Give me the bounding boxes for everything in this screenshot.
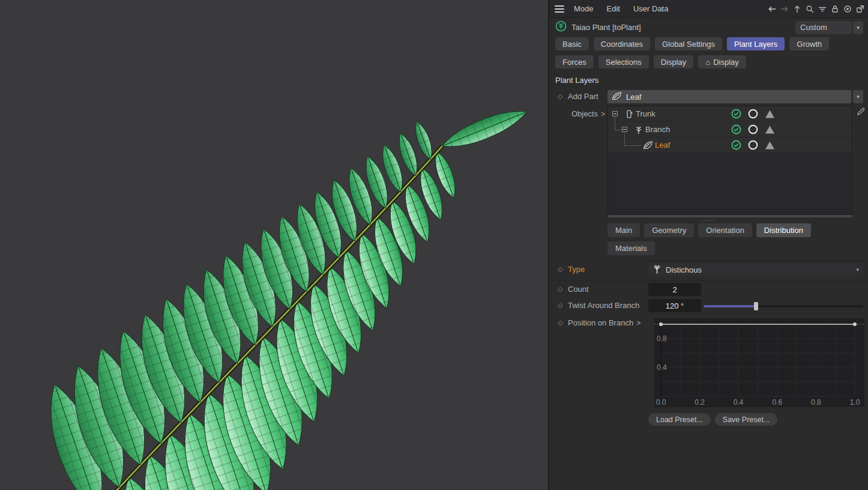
- diamond-icon: ◇: [558, 285, 562, 293]
- tabs-row-2: ForcesSelectionsDisplay⌂Display: [555, 55, 864, 68]
- load-preset-button[interactable]: Load Preset...: [648, 413, 711, 426]
- preset-dropdown-arrow-icon[interactable]: ▾: [853, 21, 863, 34]
- type-value: Distichous: [666, 265, 702, 274]
- type-label: Type: [568, 265, 585, 274]
- leaf-icon: [612, 91, 622, 102]
- twist-slider[interactable]: [704, 303, 863, 309]
- leaf-icon: [643, 140, 653, 150]
- tab-basic[interactable]: Basic: [555, 37, 589, 50]
- count-input[interactable]: [648, 283, 701, 296]
- tab-plant-layers[interactable]: Plant Layers: [727, 37, 785, 50]
- branch-icon: [633, 124, 643, 135]
- resize-grip[interactable]: ......: [549, 216, 868, 221]
- subtab-main[interactable]: Main: [607, 223, 640, 237]
- filter-icon[interactable]: [816, 3, 828, 14]
- enabled-check-icon[interactable]: [731, 140, 741, 150]
- tree-connector: [615, 118, 615, 130]
- position-chevron-icon[interactable]: >: [636, 319, 640, 327]
- back-icon[interactable]: [766, 3, 777, 14]
- 3d-viewport[interactable]: [0, 0, 548, 490]
- search-icon[interactable]: [804, 3, 815, 14]
- up-icon[interactable]: [791, 3, 803, 14]
- svg-text:1.0: 1.0: [850, 398, 860, 407]
- forward-icon[interactable]: [779, 3, 790, 14]
- svg-text:0.6: 0.6: [772, 398, 782, 407]
- edit-triangle-icon[interactable]: [765, 124, 775, 135]
- add-part-dropdown-arrow-icon[interactable]: ▾: [853, 90, 863, 103]
- menu-mode[interactable]: Mode: [574, 4, 594, 13]
- expander-icon[interactable]: [612, 111, 618, 116]
- plant-object-icon: [555, 20, 567, 34]
- tree-row-leaf[interactable]: Leaf: [608, 138, 852, 153]
- svg-text:0.8: 0.8: [811, 398, 821, 407]
- subtab-materials[interactable]: Materials: [607, 241, 655, 255]
- render-circle-icon[interactable]: [748, 109, 758, 119]
- type-dropdown[interactable]: Distichous ▾: [648, 263, 863, 276]
- menu-user-data[interactable]: User Data: [633, 4, 669, 13]
- attribute-menubar: ModeEditUser Data: [549, 0, 868, 18]
- lock-icon[interactable]: [829, 3, 840, 14]
- attribute-manager-panel: ModeEditUser Data Taiao Plant [toPlant] …: [549, 0, 868, 490]
- tab-forces[interactable]: Forces: [555, 55, 594, 68]
- render-circle-icon[interactable]: [748, 124, 758, 135]
- tree-connector: [615, 130, 621, 130]
- house-icon: ⌂: [705, 58, 710, 66]
- tree-item-name[interactable]: Trunk: [636, 109, 656, 118]
- pencil-icon[interactable]: [856, 107, 866, 116]
- menu-edit[interactable]: Edit: [607, 4, 620, 13]
- tab-house-display[interactable]: ⌂Display: [698, 55, 746, 68]
- preset-buttons: Load Preset... Save Preset...: [648, 413, 777, 426]
- subtab-distribution[interactable]: Distribution: [756, 223, 811, 237]
- tabs-row-1: BasicCoordinatesGlobal SettingsPlant Lay…: [555, 37, 864, 50]
- target-icon[interactable]: [842, 3, 853, 14]
- tab-global-settings[interactable]: Global Settings: [655, 37, 722, 50]
- distichous-icon: [653, 264, 662, 276]
- twist-input[interactable]: [648, 299, 701, 312]
- expander-icon[interactable]: [622, 127, 627, 132]
- preset-dropdown[interactable]: Custom: [795, 21, 852, 34]
- separator: [549, 261, 868, 261]
- add-part-dropdown[interactable]: Leaf: [607, 90, 851, 103]
- tree-row-trunk[interactable]: Trunk: [608, 106, 852, 122]
- diamond-icon: ◇: [558, 265, 562, 273]
- plant-layers-tree[interactable]: TrunkBranchLeaf: [607, 106, 852, 215]
- save-preset-button[interactable]: Save Preset...: [715, 413, 778, 426]
- section-heading: Plant Layers: [555, 76, 598, 85]
- add-part-value: Leaf: [626, 92, 641, 101]
- enabled-check-icon[interactable]: [731, 109, 741, 119]
- diamond-icon: ◇: [558, 319, 562, 327]
- render-circle-icon[interactable]: [748, 140, 758, 150]
- objects-label: Objects>: [549, 109, 605, 118]
- attribute-tabs: BasicCoordinatesGlobal SettingsPlant Lay…: [555, 37, 864, 73]
- tab-coordinates[interactable]: Coordinates: [594, 37, 650, 50]
- tree-row-branch[interactable]: Branch: [608, 122, 852, 138]
- tree-item-name[interactable]: Leaf: [655, 141, 670, 150]
- svg-text:0.4: 0.4: [734, 398, 744, 407]
- tab-selections[interactable]: Selections: [598, 55, 649, 68]
- separator: [549, 280, 868, 281]
- subtab-orientation[interactable]: Orientation: [698, 223, 752, 237]
- enabled-check-icon[interactable]: [731, 124, 741, 135]
- tab-display[interactable]: Display: [654, 55, 694, 68]
- add-part-row: ◇ Add Part Leaf ▾: [549, 90, 868, 104]
- tab-label: Display: [713, 58, 739, 67]
- tab-label: Display: [661, 58, 687, 67]
- svg-text:0.8: 0.8: [657, 334, 667, 343]
- tab-growth[interactable]: Growth: [789, 37, 829, 50]
- edit-triangle-icon[interactable]: [765, 140, 775, 150]
- slider-fill: [704, 305, 756, 307]
- objects-chevron-icon[interactable]: >: [601, 110, 605, 118]
- position-spline-graph[interactable]: 0.80.40.00.20.40.60.81.0: [654, 318, 864, 407]
- edit-triangle-icon[interactable]: [765, 109, 775, 119]
- subtabs-row-2: Materials: [607, 241, 655, 255]
- hamburger-icon[interactable]: [555, 5, 564, 13]
- tab-label: Forces: [562, 58, 586, 67]
- add-part-label: Add Part: [568, 92, 598, 101]
- popout-icon[interactable]: [854, 3, 866, 14]
- slider-knob[interactable]: [754, 302, 758, 310]
- viewport-canvas-fern[interactable]: [0, 0, 548, 490]
- tree-item-name[interactable]: Branch: [645, 125, 670, 134]
- subtab-geometry[interactable]: Geometry: [644, 223, 694, 237]
- spline-graph-canvas[interactable]: 0.80.40.00.20.40.60.81.0: [654, 318, 864, 407]
- application-window: ModeEditUser Data Taiao Plant [toPlant] …: [0, 0, 868, 490]
